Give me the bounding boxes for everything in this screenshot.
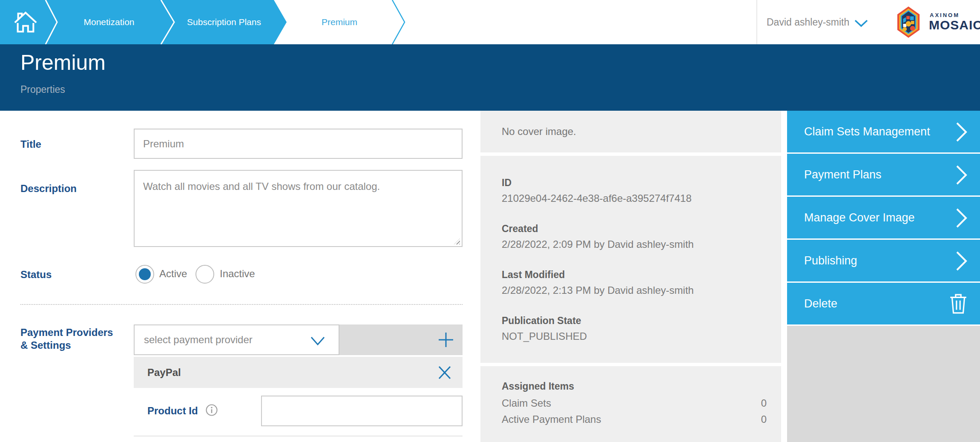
chevron-right-icon (956, 122, 967, 142)
product-id-input[interactable] (261, 396, 463, 426)
user-menu[interactable]: David ashley-smith (762, 0, 877, 44)
product-id-label: Product Id (147, 405, 198, 417)
info-icon[interactable] (205, 404, 218, 416)
chevron-right-icon (956, 251, 967, 271)
created-label: Created (502, 223, 538, 235)
payment-provider-select-placeholder: select payment provider (144, 325, 253, 354)
last-modified-value: 2/28/2022, 2:13 PM by David ashley-smith (502, 284, 694, 296)
status-radio-inactive[interactable] (195, 265, 214, 284)
chevron-right-icon (956, 165, 967, 185)
sidebar-empty-area (787, 326, 980, 442)
page-header: Premium Properties (0, 44, 980, 111)
cover-image-panel: No cover image. (480, 111, 781, 152)
brand-logo: AXINOM MOSAIC (896, 6, 975, 39)
status-radio-active[interactable] (135, 265, 154, 284)
provider-row-paypal: PayPal (134, 357, 463, 388)
page-title: Premium (20, 50, 106, 75)
action-label: Claim Sets Management (804, 111, 930, 152)
status-radio-inactive-label[interactable]: Inactive (220, 267, 255, 281)
user-name: David ashley-smith (767, 0, 849, 44)
remove-provider-button[interactable] (438, 365, 451, 380)
page-subtitle: Properties (20, 84, 65, 95)
mosaic-hexagon-icon (896, 6, 921, 38)
description-label: Description (20, 182, 77, 195)
action-label: Publishing (804, 240, 857, 281)
breadcrumb-item-premium-current: Premium (287, 0, 392, 44)
select-chevron-down-icon (310, 336, 325, 346)
publication-state-value: NOT_PUBLISHED (502, 330, 587, 342)
home-icon (13, 9, 38, 34)
description-textarea[interactable]: Watch all movies and all TV shows from o… (134, 170, 463, 247)
logo-name-text: MOSAIC (929, 18, 980, 32)
created-value: 2/28/2022, 2:09 PM by David ashley-smith (502, 238, 694, 250)
no-cover-image-text: No cover image. (502, 111, 576, 152)
breadcrumb-item-monetization[interactable]: Monetization (57, 0, 161, 44)
assigned-items-label: Assigned Items (502, 381, 574, 392)
breadcrumb-home-button[interactable] (13, 9, 40, 35)
status-radio-active-label[interactable]: Active (159, 267, 187, 281)
title-input[interactable] (134, 129, 463, 159)
action-manage-cover-image[interactable]: Manage Cover Image (787, 197, 980, 238)
title-label: Title (20, 138, 41, 151)
breadcrumb-item-subscription-plans[interactable]: Subscription Plans (174, 0, 274, 44)
chevron-down-icon (854, 20, 868, 27)
section-divider (20, 304, 463, 305)
top-bar: Monetization Subscription Plans Premium … (0, 0, 980, 44)
action-label: Payment Plans (804, 154, 882, 195)
payment-providers-label-line1: Payment Providers (20, 326, 113, 339)
chevron-right-icon (956, 208, 967, 228)
assigned-item-claim-sets-count: 0 (724, 397, 767, 409)
payment-provider-select[interactable]: select payment provider (134, 324, 339, 355)
topbar-divider (756, 0, 757, 44)
logo-brand-text: AXINOM (930, 12, 960, 18)
payment-providers-label: Payment Providers & Settings (20, 326, 113, 352)
app-window: Monetization Subscription Plans Premium … (0, 0, 980, 442)
assigned-item-active-payment-plans: Active Payment Plans (502, 413, 601, 425)
id-value: 21029e04-2462-4e38-af6e-a395274f7418 (502, 192, 692, 204)
form-bottom-divider (134, 436, 463, 436)
action-delete[interactable]: Delete (787, 283, 980, 324)
action-label: Delete (804, 283, 837, 324)
action-publishing[interactable]: Publishing (787, 240, 980, 281)
payment-providers-label-line2: & Settings (20, 339, 113, 352)
trash-icon (948, 293, 968, 314)
action-label: Manage Cover Image (804, 197, 915, 238)
id-label: ID (502, 177, 512, 189)
assigned-item-claim-sets: Claim Sets (502, 397, 551, 409)
provider-name: PayPal (147, 357, 181, 388)
status-label: Status (20, 268, 52, 281)
assigned-item-active-payment-plans-count: 0 (724, 413, 767, 425)
publication-state-label: Publication State (502, 315, 581, 327)
last-modified-label: Last Modified (502, 269, 565, 281)
add-provider-button[interactable] (438, 332, 454, 348)
action-payment-plans[interactable]: Payment Plans (787, 154, 980, 195)
action-claim-sets-management[interactable]: Claim Sets Management (787, 111, 980, 152)
